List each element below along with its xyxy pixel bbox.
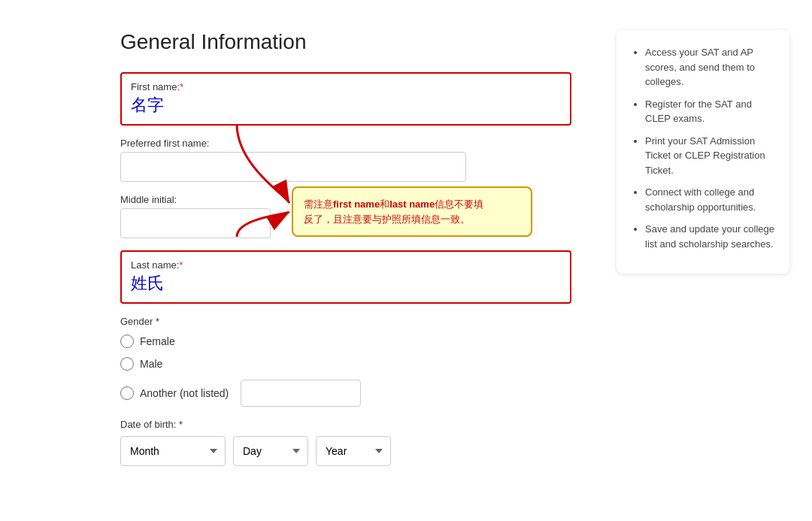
gender-section: Gender * Female Male Another (not listed… (120, 316, 571, 407)
sidebar-item-register: Register for the SAT and CLEP exams. (645, 97, 774, 126)
gender-label: Gender * (120, 316, 571, 327)
dob-selects: Month JanuaryFebruaryMarch AprilMayJune … (120, 436, 571, 466)
annotation-box: 需注意first name和last name信息不要填 反了，且注意要与护照所… (292, 186, 532, 237)
sidebar-item-connect: Connect with college and scholarship opp… (645, 185, 774, 214)
gender-another-input[interactable] (241, 380, 361, 407)
gender-female-label: Female (140, 335, 175, 347)
gender-another-option[interactable]: Another (not listed) (120, 380, 571, 407)
first-name-value: 名字 (131, 94, 561, 117)
page-title: General Information (120, 30, 571, 54)
gender-another-radio[interactable] (120, 386, 134, 400)
sidebar-item-print: Print your SAT Admission Ticket or CLEP … (645, 134, 774, 178)
first-name-field: First name:* 名字 (120, 72, 571, 126)
last-name-label: Last name:* (131, 259, 561, 271)
middle-initial-input[interactable] (120, 208, 271, 238)
sidebar-list: Access your SAT and AP scores, and send … (632, 45, 774, 251)
dob-year-select[interactable]: Year (316, 436, 391, 466)
dob-month-select[interactable]: Month JanuaryFebruaryMarch AprilMayJune … (120, 436, 226, 466)
last-name-field: Last name:* 姓氏 (120, 250, 571, 304)
dob-label: Date of birth: * (120, 419, 571, 430)
last-name-value: 姓氏 (131, 272, 561, 295)
sidebar: Access your SAT and AP scores, and send … (601, 15, 812, 506)
sidebar-item-scores: Access your SAT and AP scores, and send … (645, 45, 774, 89)
gender-male-option[interactable]: Male (120, 357, 571, 371)
preferred-first-name-field: Preferred first name: (120, 138, 571, 182)
gender-female-radio[interactable] (120, 335, 134, 348)
first-name-label: First name:* (131, 81, 561, 92)
dob-day-select[interactable]: Day (233, 436, 308, 466)
gender-male-label: Male (140, 358, 162, 370)
sidebar-item-save: Save and update your college list and sc… (645, 222, 774, 251)
sidebar-card: Access your SAT and AP scores, and send … (617, 30, 789, 274)
preferred-first-name-input[interactable] (120, 152, 466, 182)
dob-section: Date of birth: * Month JanuaryFebruaryMa… (120, 419, 571, 466)
gender-another-label: Another (not listed) (140, 387, 229, 399)
gender-male-radio[interactable] (120, 357, 134, 371)
gender-female-option[interactable]: Female (120, 335, 571, 348)
preferred-first-name-label: Preferred first name: (120, 138, 571, 149)
